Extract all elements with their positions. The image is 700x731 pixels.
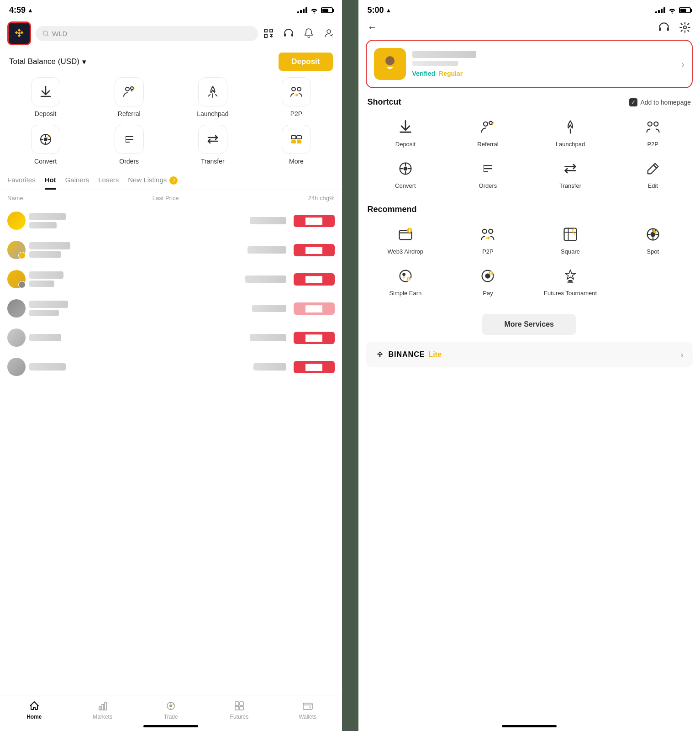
action-referral[interactable]: Referral (91, 77, 167, 117)
pay-label: Pay (483, 290, 493, 297)
svg-rect-48 (240, 702, 243, 705)
svg-rect-39 (102, 705, 104, 710)
binance-text: BINANCE (389, 350, 425, 359)
action-p2p[interactable]: P2P (258, 77, 334, 117)
tab-favorites[interactable]: Favorites (7, 176, 36, 190)
svg-point-75 (483, 229, 487, 233)
web3airdrop-icon: ₿ (395, 224, 416, 244)
svg-point-76 (489, 229, 493, 233)
nav-markets[interactable]: Markets (68, 700, 137, 720)
spot-label: Spot (647, 248, 659, 256)
svg-point-6 (43, 31, 47, 35)
tab-gainers[interactable]: Gainers (65, 176, 89, 190)
avatar-svg (379, 53, 401, 75)
nav-futures[interactable]: Futures (205, 700, 274, 720)
tab-losers[interactable]: Losers (98, 176, 119, 190)
table-row[interactable]: ████ (0, 352, 342, 381)
search-bar[interactable]: WLD (36, 26, 258, 41)
notification-icon[interactable] (303, 27, 315, 39)
chevron-down-icon: ▾ (82, 57, 86, 67)
action-transfer[interactable]: Transfer (174, 125, 251, 165)
p2-settings-icon[interactable] (679, 21, 691, 33)
orders-icon-box (115, 125, 144, 154)
shortcut-launchpad[interactable]: Launchpad (531, 113, 611, 152)
futures-tournament-label: Futures Tournament (544, 290, 597, 297)
binance-logo[interactable] (7, 21, 31, 45)
recommend-web3airdrop[interactable]: ₿ Web3 Airdrop (366, 221, 446, 260)
svg-rect-10 (264, 35, 267, 37)
action-orders[interactable]: Orders (91, 125, 167, 165)
svg-rect-36 (291, 140, 296, 143)
svg-point-64 (403, 166, 407, 170)
status-icons-2 (655, 7, 691, 14)
back-button[interactable]: ← (368, 21, 378, 33)
add-homepage-label: Add to homepage (640, 99, 691, 106)
p2p-label: P2P (290, 110, 302, 117)
convert-icon (38, 132, 53, 147)
table-row[interactable]: ████ (0, 323, 342, 352)
nav-trade[interactable]: Trade (137, 700, 205, 720)
more-icon (289, 132, 304, 147)
wallets-icon (302, 700, 314, 712)
deposit-label: Deposit (35, 110, 56, 117)
support-icon[interactable] (283, 27, 295, 39)
profile-icon[interactable] (323, 27, 335, 39)
binance-lite-bar[interactable]: BINANCE Lite › (366, 342, 693, 367)
p2-header-icons (658, 21, 691, 33)
referral-icon (122, 85, 137, 99)
market-list: ████ ████ (0, 206, 342, 381)
wifi-icon-1 (310, 7, 318, 14)
svg-rect-34 (291, 136, 296, 139)
search-icon (42, 30, 49, 37)
regular-badge: Regular (439, 70, 463, 77)
table-row[interactable]: ████ (0, 294, 342, 323)
signal-icon-1 (297, 7, 307, 13)
home-indicator-1 (143, 725, 198, 727)
action-more[interactable]: More (258, 125, 334, 165)
svg-rect-47 (235, 706, 239, 710)
profile-card[interactable]: Verified Regular › (366, 40, 693, 88)
recommend-futures[interactable]: Futures Tournament (531, 262, 611, 301)
scan-icon[interactable] (263, 27, 274, 39)
svg-rect-15 (291, 33, 293, 37)
action-convert[interactable]: Convert (7, 125, 84, 165)
launchpad-icon (205, 85, 220, 99)
recommend-pay[interactable]: $ Pay (448, 262, 528, 301)
table-row[interactable]: ████ (0, 206, 342, 235)
shortcut-referral[interactable]: Referral (448, 113, 528, 152)
shortcut-p2p[interactable]: P2P (613, 113, 693, 152)
markets-icon (97, 700, 109, 712)
shortcut-transfer[interactable]: Transfer (531, 155, 611, 194)
shortcut-convert[interactable]: Convert (366, 155, 446, 194)
recommend-simple-earn[interactable]: $ Simple Earn (366, 262, 446, 301)
tab-new-listings[interactable]: New Listings 2 (128, 176, 178, 190)
p2-support-icon[interactable] (658, 21, 670, 33)
add-to-homepage[interactable]: ✓ Add to homepage (629, 98, 691, 106)
status-bar-2: 5:00 ▲ (358, 0, 700, 19)
recommend-p2p[interactable]: P2P (448, 221, 528, 260)
svg-rect-46 (235, 702, 239, 705)
balance-section: Total Balance (USD) ▾ Deposit (0, 50, 342, 77)
tab-hot[interactable]: Hot (45, 176, 56, 190)
nav-wallets[interactable]: Wallets (274, 700, 342, 720)
action-launchpad[interactable]: Launchpad (174, 77, 251, 117)
recommend-spot[interactable]: Spot (613, 221, 693, 260)
shortcut-deposit[interactable]: Deposit (366, 113, 446, 152)
profile-chevron-right: › (681, 59, 684, 69)
recommend-square[interactable]: Square (531, 221, 611, 260)
table-row[interactable]: ████ (0, 265, 342, 294)
deposit-button-main[interactable]: Deposit (279, 53, 332, 71)
svg-point-55 (385, 56, 395, 65)
nav-home[interactable]: Home (0, 700, 68, 720)
shortcut-edit-label: Edit (647, 182, 658, 190)
more-services-button[interactable]: More Services (482, 314, 576, 335)
svg-rect-49 (240, 706, 243, 710)
action-deposit[interactable]: Deposit (7, 77, 84, 117)
more-label: More (289, 158, 304, 165)
quick-actions: Deposit Referral (0, 77, 342, 172)
shortcut-orders[interactable]: Orders (448, 155, 528, 194)
deposit-icon (38, 85, 53, 99)
binance-logo-svg (11, 26, 27, 41)
table-row[interactable]: ████ (0, 235, 342, 265)
shortcut-edit[interactable]: Edit (613, 155, 693, 194)
